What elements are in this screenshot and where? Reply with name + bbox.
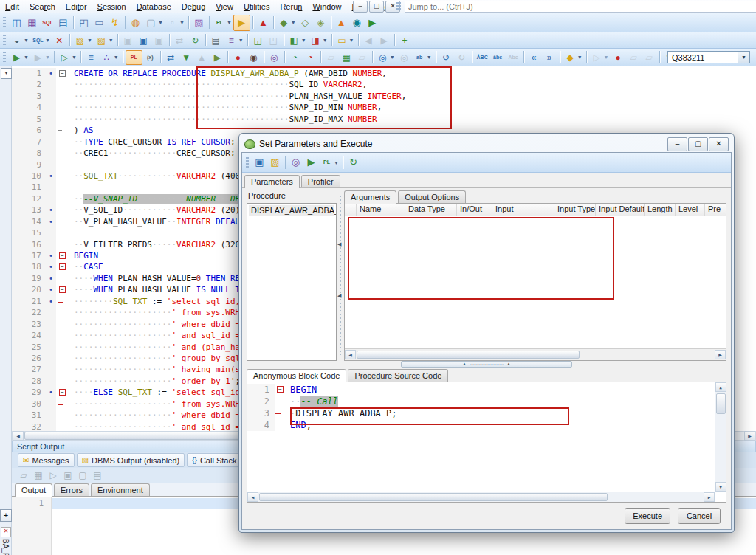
lowercase-icon[interactable]: âbc [490, 51, 506, 64]
new-sql-window-dropdown[interactable]: SQL▼ [30, 34, 52, 47]
profiler-stop-icon[interactable]: ◔ [303, 51, 318, 64]
toolbar-grip[interactable] [3, 35, 6, 46]
grid-column-header[interactable]: Pre [705, 204, 726, 216]
outdent-icon[interactable]: « [526, 51, 542, 64]
save-as-icon[interactable]: ▣ [136, 34, 151, 47]
vertical-splitter[interactable]: ◀ ◀ [337, 190, 344, 361]
session-combo[interactable]: Q383211 ▼ [667, 51, 750, 63]
halt-execution-icon[interactable]: ● [230, 51, 246, 64]
execute-plus-icon[interactable]: ▶ [365, 15, 380, 30]
explain-plan-icon[interactable]: ≡ [83, 51, 99, 64]
execute-script-dropdown[interactable]: ▶▼ [30, 51, 52, 64]
grid-body[interactable] [345, 216, 726, 348]
fold-toggle-icon[interactable]: − [59, 70, 66, 77]
disconnect-icon[interactable]: ✕ [52, 34, 67, 47]
execute-statement-dropdown[interactable]: ▶▼ [9, 51, 30, 64]
print-icon[interactable]: ▤ [208, 34, 224, 47]
grid-column-header[interactable]: Input Default [596, 204, 645, 216]
editor-split-dropdown[interactable]: ▼ [1, 68, 12, 79]
send-to-dropdown[interactable]: ▷▼ [589, 51, 611, 64]
profiler-start-icon[interactable]: ◔ [287, 51, 303, 64]
record-macro-icon[interactable]: ● [611, 51, 626, 64]
step-out-icon[interactable]: ▲ [194, 51, 210, 64]
menu-item-database[interactable]: Database [131, 1, 176, 12]
anonymous-block-editor[interactable]: 1−BEGIN2··-- Call3·DISPLAY_AWR_ADBA_P;4E… [247, 382, 726, 503]
menu-item-debug[interactable]: Debug [176, 1, 210, 12]
scroll-left-icon[interactable]: ◀ [247, 492, 258, 502]
plsql-profiler-dropdown[interactable]: PL▼ [319, 155, 340, 170]
copy-format-icon[interactable]: ▱ [323, 51, 339, 64]
grid-horizontal-scrollbar[interactable]: ◀ ▶ [345, 348, 726, 360]
highlight-dropdown[interactable]: ◆▼ [563, 51, 584, 64]
toolbar-grip[interactable] [396, 2, 401, 11]
menu-item-utilities[interactable]: Utilities [238, 1, 275, 12]
scroll-left-icon[interactable]: ◀ [13, 431, 24, 441]
grid-column-header[interactable]: Input Type [554, 204, 596, 216]
procedure-list[interactable]: DISPLAY_AWR_ADBA_P [247, 203, 337, 361]
debug-run-dropdown[interactable]: ◆▼ [276, 15, 298, 30]
horizontal-splitter[interactable]: ▲ ······················· ▲ [242, 361, 731, 368]
run-as-script-dropdown[interactable]: ▷▼ [57, 51, 78, 64]
run-output-icon[interactable]: ▷ [47, 470, 59, 480]
grid-column-header[interactable]: In/Out [457, 204, 492, 216]
code-horizontal-scrollbar[interactable]: ◀ ▶ [247, 492, 715, 502]
check-file-out-icon[interactable]: ◱ [250, 34, 266, 47]
collapse-up-icon[interactable]: ▲ [462, 362, 467, 366]
collapse-left-icon[interactable]: ◀ [337, 241, 341, 247]
menu-item-rerun[interactable]: Rerun [275, 1, 307, 12]
sql-recall-icon[interactable]: ◉ [349, 15, 365, 30]
watch-icon[interactable]: ◉ [246, 51, 261, 64]
vertical-tab-label[interactable]: BA_P [1, 539, 10, 555]
tab-anonymous-block-code[interactable]: Anonymous Block Code [247, 369, 346, 382]
save-output-icon[interactable]: ▣ [62, 470, 74, 480]
report-icon[interactable]: ▧ [191, 15, 207, 30]
swap-compare-icon[interactable]: ⇄ [163, 51, 179, 64]
format-code-dropdown[interactable]: ≡▼ [224, 34, 245, 47]
step-over-icon[interactable]: ◇ [298, 15, 313, 30]
window-list-dropdown[interactable]: ▢▼ [143, 15, 165, 30]
dialog-close-button[interactable]: ✕ [709, 137, 729, 151]
preview-sql-icon[interactable]: ◎ [288, 155, 303, 170]
tab-environment[interactable]: Environment [91, 483, 150, 496]
grid-column-header[interactable]: Input [492, 204, 554, 216]
grid-column-header[interactable]: Data Type [405, 204, 457, 216]
menu-item-window[interactable]: Window [307, 1, 346, 12]
uppercase-icon[interactable]: ÂBC [475, 51, 490, 64]
refresh-arguments-icon[interactable]: ↻ [346, 155, 361, 170]
find-dropdown[interactable]: ◎▼ [375, 51, 396, 64]
comments-dropdown[interactable]: ▭▼ [334, 34, 356, 47]
grid-column-header[interactable]: Level [676, 204, 705, 216]
undo-icon[interactable]: ↺ [439, 51, 454, 64]
fold-toggle-icon[interactable]: − [277, 386, 284, 393]
copy-output-icon[interactable]: ▱ [18, 470, 30, 480]
grid-column-header[interactable]: Length [645, 204, 676, 216]
dialog-minimize-button[interactable]: – [667, 137, 687, 151]
web-browser-icon[interactable]: ◍ [128, 15, 143, 30]
new-item-icon[interactable]: + [397, 34, 413, 47]
connection-dropdown[interactable]: ◒▼ [9, 34, 30, 47]
tab-arguments[interactable]: Arguments [344, 190, 396, 204]
indent-icon[interactable]: » [542, 51, 557, 64]
minimize-button[interactable]: – [353, 1, 368, 13]
output-window-icon[interactable]: ▭ [92, 15, 107, 30]
step-into-icon[interactable]: ◈ [313, 15, 329, 30]
fold-toggle-icon[interactable]: − [59, 286, 66, 293]
grid-column-header[interactable]: Name [357, 204, 405, 216]
cancel-button[interactable]: Cancel [678, 508, 721, 524]
print-output-icon[interactable]: ▤ [92, 470, 103, 480]
replace-dropdown[interactable]: ab▼ [412, 51, 433, 64]
check-output-icon[interactable]: ▦ [32, 470, 44, 480]
save-icon[interactable]: ▣ [120, 34, 136, 47]
dbms-output-button[interactable]: ▨DBMS Output (disabled) [77, 453, 185, 467]
tab-parameters[interactable]: Parameters [244, 175, 300, 188]
session-browser-icon[interactable]: ◰ [76, 15, 92, 30]
toolbar-grip[interactable] [246, 157, 249, 168]
dialog-restore-button[interactable]: ▢ [688, 137, 708, 151]
save-all-icon[interactable]: ▣ [151, 34, 167, 47]
sql-health-icon[interactable]: SQL [40, 15, 55, 30]
scroll-down-icon[interactable]: ▼ [715, 482, 726, 492]
close-tab-icon[interactable]: ✕ [1, 527, 11, 537]
code-vertical-scrollbar[interactable]: ▲ ▼ [715, 382, 726, 492]
menu-item-editor[interactable]: Editor [61, 1, 92, 12]
debug-options-dropdown[interactable]: ∴▼ [99, 51, 120, 64]
